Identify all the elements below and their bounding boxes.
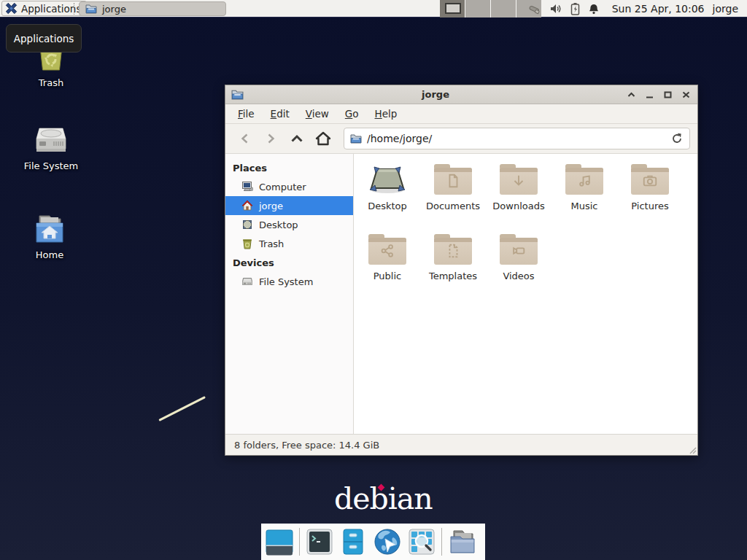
workspace-window-preview: [445, 3, 461, 14]
file-manager-icon[interactable]: [339, 528, 367, 556]
panel-handle[interactable]: [74, 3, 76, 15]
menu-file[interactable]: File: [230, 105, 263, 122]
window-titlebar[interactable]: jorge: [225, 85, 697, 104]
app-finder-icon[interactable]: [408, 528, 436, 556]
volume-icon[interactable]: [549, 3, 562, 15]
show-desktop-icon[interactable]: [266, 528, 293, 556]
sidebar-item-label: Computer: [259, 182, 306, 192]
menu-view[interactable]: View: [298, 105, 337, 122]
applications-menu-label: Applications: [21, 3, 81, 15]
file-grid: Desktop Documents Downloads: [355, 155, 697, 295]
file-item-music[interactable]: Music: [551, 155, 617, 225]
notifications-bell-icon[interactable]: [588, 3, 600, 15]
minimize-button[interactable]: [646, 91, 654, 98]
path-bar[interactable]: [344, 128, 690, 149]
home-button[interactable]: [311, 128, 335, 149]
forward-button[interactable]: [259, 128, 282, 149]
dock-separator: [441, 528, 442, 556]
debian-wordmark: debian: [334, 481, 433, 516]
menu-help[interactable]: Help: [367, 105, 406, 122]
statusbar: 8 folders, Free space: 14.4 GiB: [225, 434, 697, 455]
desktop-icon: [241, 219, 253, 230]
close-button[interactable]: [682, 91, 690, 98]
computer-icon: [241, 181, 253, 192]
folder-downloads-icon: [500, 164, 538, 195]
desktop-icon-home[interactable]: Home: [15, 213, 85, 260]
file-item-label: Desktop: [368, 201, 407, 211]
workspace-3[interactable]: [491, 0, 516, 18]
toolbar: [225, 124, 697, 154]
sidebar-item-label: File System: [259, 276, 313, 287]
sidebar-places-header: Places: [225, 158, 353, 177]
folder-pictures-icon: [631, 164, 669, 195]
file-item-public[interactable]: Public: [355, 225, 420, 295]
window-controls: [627, 91, 692, 98]
sidebar-item-file-system[interactable]: File System: [225, 272, 353, 291]
dock: [261, 524, 485, 560]
up-button[interactable]: [285, 128, 309, 149]
dock-separator: [299, 528, 300, 556]
tool-icon[interactable]: [527, 2, 541, 15]
file-item-pictures[interactable]: Pictures: [617, 155, 683, 225]
sidebar-item-jorge[interactable]: jorge: [225, 196, 353, 215]
sidebar-item-desktop[interactable]: Desktop: [225, 215, 353, 234]
system-tray: Sun 25 Apr, 10:06 jorge: [527, 0, 738, 18]
sidebar-item-label: jorge: [259, 201, 283, 211]
window-body: Places Computer jorge Desktop: [225, 154, 697, 434]
file-item-templates[interactable]: Templates: [420, 225, 486, 295]
sidebar-devices-header: Devices: [225, 253, 353, 272]
folder-music-icon: [565, 164, 603, 195]
file-item-documents[interactable]: Documents: [420, 155, 486, 225]
desktop-place-icon: [368, 164, 407, 195]
menubar: File Edit View Go Help: [225, 104, 697, 124]
panel-user[interactable]: jorge: [713, 3, 738, 15]
file-item-videos[interactable]: Videos: [486, 225, 551, 295]
sidebar-item-label: Desktop: [259, 219, 298, 230]
sidebar-item-label: Trash: [259, 238, 284, 249]
path-input[interactable]: [367, 133, 665, 144]
home-icon: [241, 200, 253, 211]
resize-grip[interactable]: [688, 446, 697, 454]
folder-public-icon: [368, 234, 406, 265]
reload-icon[interactable]: [670, 132, 684, 145]
shade-button[interactable]: [627, 91, 635, 98]
menu-edit[interactable]: Edit: [263, 105, 298, 122]
applications-tooltip-text: Applications: [14, 33, 74, 44]
file-item-desktop[interactable]: Desktop: [355, 155, 420, 225]
window-folder-icon: [231, 89, 244, 100]
workspace-1[interactable]: [440, 0, 465, 18]
trash-icon: [241, 238, 253, 249]
file-item-downloads[interactable]: Downloads: [486, 155, 551, 225]
panel-clock[interactable]: Sun 25 Apr, 10:06: [612, 3, 705, 15]
sidebar-item-computer[interactable]: Computer: [225, 177, 353, 196]
taskbar-window-button[interactable]: jorge: [79, 1, 226, 16]
file-item-label: Music: [571, 201, 598, 211]
battery-icon[interactable]: [570, 2, 580, 15]
menu-go[interactable]: Go: [337, 105, 367, 122]
file-pane[interactable]: Desktop Documents Downloads: [354, 154, 697, 434]
sidebar-item-trash[interactable]: Trash: [225, 234, 353, 253]
home-folder-icon: [32, 213, 67, 245]
maximize-button[interactable]: [664, 91, 672, 98]
desktop-icon-label: Trash: [39, 77, 63, 88]
taskbar-window-label: jorge: [102, 4, 126, 15]
top-panel: Applications jorge Sun 25 Apr, 10:06 jor…: [0, 0, 747, 18]
xfce-logo-icon: [5, 2, 18, 15]
directory-menu-icon[interactable]: [448, 528, 477, 556]
web-browser-icon[interactable]: [373, 527, 402, 556]
file-item-label: Videos: [503, 271, 534, 281]
folder-videos-icon: [500, 234, 538, 265]
workspace-2[interactable]: [465, 0, 490, 18]
terminal-icon[interactable]: [306, 528, 333, 556]
folder-templates-icon: [434, 234, 472, 265]
hard-drive-icon: [34, 122, 69, 156]
back-button[interactable]: [233, 128, 256, 149]
desktop-icon-label: Home: [36, 249, 63, 260]
wallpaper-line-artifact: [158, 396, 206, 421]
drive-icon: [241, 276, 253, 287]
file-item-label: Pictures: [631, 201, 668, 211]
workspace-switcher[interactable]: [440, 0, 541, 18]
path-folder-icon: [350, 133, 362, 144]
window-title: jorge: [248, 89, 623, 100]
desktop-icon-file-system[interactable]: File System: [16, 122, 86, 171]
